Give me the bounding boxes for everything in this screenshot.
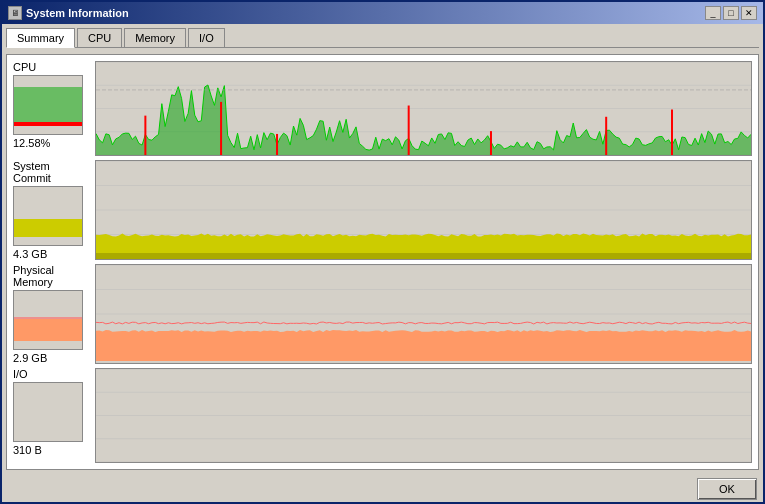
phys-mini-chart bbox=[13, 290, 83, 350]
tabs-row: Summary CPU Memory I/O bbox=[6, 28, 759, 48]
commit-value: 4.3 GB bbox=[13, 248, 47, 260]
maximize-button[interactable]: □ bbox=[723, 6, 739, 20]
title-buttons: _ □ ✕ bbox=[705, 6, 757, 20]
cpu-section: CPU 12.58% bbox=[13, 61, 752, 156]
cpu-mini-chart bbox=[13, 75, 83, 135]
main-panel: CPU 12.58% System Commit bbox=[6, 54, 759, 470]
tab-memory[interactable]: Memory bbox=[124, 28, 186, 47]
title-bar: 🖥 System Information _ □ ✕ bbox=[2, 2, 763, 24]
window-title: System Information bbox=[26, 7, 705, 19]
cpu-value: 12.58% bbox=[13, 137, 50, 149]
cpu-label: CPU bbox=[13, 61, 36, 73]
io-value: 310 B bbox=[13, 444, 42, 456]
io-label: I/O bbox=[13, 368, 28, 380]
commit-label: System Commit bbox=[13, 160, 89, 184]
io-section: I/O 310 B bbox=[13, 368, 752, 463]
phys-chart bbox=[95, 264, 752, 364]
phys-label: Physical Memory bbox=[13, 264, 89, 288]
commit-mini-chart bbox=[13, 186, 83, 246]
minimize-button[interactable]: _ bbox=[705, 6, 721, 20]
phys-section: Physical Memory 2.9 GB bbox=[13, 264, 752, 364]
tab-cpu[interactable]: CPU bbox=[77, 28, 122, 47]
cpu-chart bbox=[95, 61, 752, 156]
window-icon: 🖥 bbox=[8, 6, 22, 20]
io-section-left: I/O 310 B bbox=[13, 368, 89, 463]
commit-chart bbox=[95, 160, 752, 260]
ok-button[interactable]: OK bbox=[697, 478, 757, 500]
cpu-mini-bar bbox=[14, 122, 82, 126]
tab-summary[interactable]: Summary bbox=[6, 28, 75, 48]
main-window: 🖥 System Information _ □ ✕ Summary CPU M… bbox=[0, 0, 765, 504]
commit-mini-bar bbox=[14, 219, 82, 237]
io-mini-chart bbox=[13, 382, 83, 442]
cpu-mini-green bbox=[14, 87, 82, 122]
phys-section-left: Physical Memory 2.9 GB bbox=[13, 264, 89, 364]
tab-io[interactable]: I/O bbox=[188, 28, 225, 47]
bottom-bar: OK bbox=[2, 474, 763, 502]
commit-section-left: System Commit 4.3 GB bbox=[13, 160, 89, 260]
phys-value: 2.9 GB bbox=[13, 352, 47, 364]
phys-mini-pink bbox=[14, 317, 82, 319]
phys-mini-bar bbox=[14, 319, 82, 341]
io-chart bbox=[95, 368, 752, 463]
commit-section: System Commit 4.3 GB bbox=[13, 160, 752, 260]
cpu-section-left: CPU 12.58% bbox=[13, 61, 89, 156]
content-area: Summary CPU Memory I/O CPU 12.58% bbox=[2, 24, 763, 474]
close-button[interactable]: ✕ bbox=[741, 6, 757, 20]
